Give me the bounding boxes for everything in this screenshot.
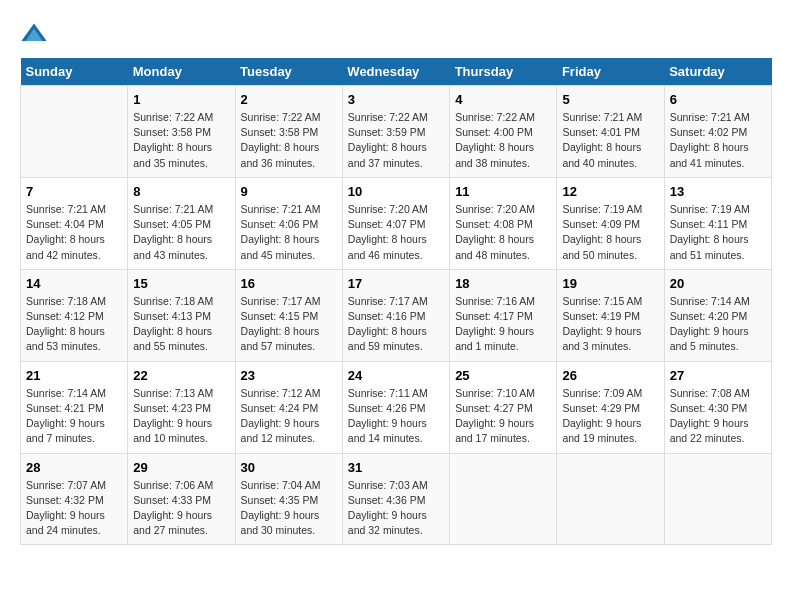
day-info: Sunrise: 7:04 AMSunset: 4:35 PMDaylight:… xyxy=(241,478,337,539)
calendar-week-row: 7Sunrise: 7:21 AMSunset: 4:04 PMDaylight… xyxy=(21,177,772,269)
calendar-cell xyxy=(450,453,557,545)
day-number: 27 xyxy=(670,368,766,383)
calendar-cell: 9Sunrise: 7:21 AMSunset: 4:06 PMDaylight… xyxy=(235,177,342,269)
day-info: Sunrise: 7:16 AMSunset: 4:17 PMDaylight:… xyxy=(455,294,551,355)
weekday-header-saturday: Saturday xyxy=(664,58,771,86)
day-number: 10 xyxy=(348,184,444,199)
day-info: Sunrise: 7:18 AMSunset: 4:12 PMDaylight:… xyxy=(26,294,122,355)
weekday-header-monday: Monday xyxy=(128,58,235,86)
calendar-cell: 16Sunrise: 7:17 AMSunset: 4:15 PMDayligh… xyxy=(235,269,342,361)
day-info: Sunrise: 7:21 AMSunset: 4:06 PMDaylight:… xyxy=(241,202,337,263)
logo-icon xyxy=(20,20,48,48)
weekday-header-row: SundayMondayTuesdayWednesdayThursdayFrid… xyxy=(21,58,772,86)
calendar-cell: 31Sunrise: 7:03 AMSunset: 4:36 PMDayligh… xyxy=(342,453,449,545)
day-info: Sunrise: 7:11 AMSunset: 4:26 PMDaylight:… xyxy=(348,386,444,447)
calendar-cell: 8Sunrise: 7:21 AMSunset: 4:05 PMDaylight… xyxy=(128,177,235,269)
calendar-cell: 5Sunrise: 7:21 AMSunset: 4:01 PMDaylight… xyxy=(557,86,664,178)
calendar-cell: 11Sunrise: 7:20 AMSunset: 4:08 PMDayligh… xyxy=(450,177,557,269)
logo xyxy=(20,20,52,48)
day-number: 9 xyxy=(241,184,337,199)
calendar-week-row: 1Sunrise: 7:22 AMSunset: 3:58 PMDaylight… xyxy=(21,86,772,178)
calendar-cell: 13Sunrise: 7:19 AMSunset: 4:11 PMDayligh… xyxy=(664,177,771,269)
day-number: 18 xyxy=(455,276,551,291)
calendar-cell: 23Sunrise: 7:12 AMSunset: 4:24 PMDayligh… xyxy=(235,361,342,453)
day-number: 19 xyxy=(562,276,658,291)
calendar-week-row: 21Sunrise: 7:14 AMSunset: 4:21 PMDayligh… xyxy=(21,361,772,453)
day-info: Sunrise: 7:14 AMSunset: 4:21 PMDaylight:… xyxy=(26,386,122,447)
day-info: Sunrise: 7:22 AMSunset: 4:00 PMDaylight:… xyxy=(455,110,551,171)
day-number: 13 xyxy=(670,184,766,199)
calendar-cell xyxy=(557,453,664,545)
day-number: 31 xyxy=(348,460,444,475)
day-number: 21 xyxy=(26,368,122,383)
day-info: Sunrise: 7:14 AMSunset: 4:20 PMDaylight:… xyxy=(670,294,766,355)
calendar-cell: 15Sunrise: 7:18 AMSunset: 4:13 PMDayligh… xyxy=(128,269,235,361)
calendar-cell: 25Sunrise: 7:10 AMSunset: 4:27 PMDayligh… xyxy=(450,361,557,453)
day-info: Sunrise: 7:19 AMSunset: 4:11 PMDaylight:… xyxy=(670,202,766,263)
day-info: Sunrise: 7:22 AMSunset: 3:58 PMDaylight:… xyxy=(133,110,229,171)
day-info: Sunrise: 7:10 AMSunset: 4:27 PMDaylight:… xyxy=(455,386,551,447)
day-info: Sunrise: 7:13 AMSunset: 4:23 PMDaylight:… xyxy=(133,386,229,447)
day-number: 22 xyxy=(133,368,229,383)
calendar-cell: 1Sunrise: 7:22 AMSunset: 3:58 PMDaylight… xyxy=(128,86,235,178)
day-number: 14 xyxy=(26,276,122,291)
day-info: Sunrise: 7:22 AMSunset: 3:59 PMDaylight:… xyxy=(348,110,444,171)
day-number: 25 xyxy=(455,368,551,383)
weekday-header-sunday: Sunday xyxy=(21,58,128,86)
weekday-header-thursday: Thursday xyxy=(450,58,557,86)
calendar-cell: 27Sunrise: 7:08 AMSunset: 4:30 PMDayligh… xyxy=(664,361,771,453)
day-number: 2 xyxy=(241,92,337,107)
calendar-cell: 7Sunrise: 7:21 AMSunset: 4:04 PMDaylight… xyxy=(21,177,128,269)
day-info: Sunrise: 7:12 AMSunset: 4:24 PMDaylight:… xyxy=(241,386,337,447)
day-info: Sunrise: 7:06 AMSunset: 4:33 PMDaylight:… xyxy=(133,478,229,539)
day-number: 28 xyxy=(26,460,122,475)
calendar-cell: 22Sunrise: 7:13 AMSunset: 4:23 PMDayligh… xyxy=(128,361,235,453)
day-info: Sunrise: 7:19 AMSunset: 4:09 PMDaylight:… xyxy=(562,202,658,263)
calendar-cell: 14Sunrise: 7:18 AMSunset: 4:12 PMDayligh… xyxy=(21,269,128,361)
calendar-cell: 2Sunrise: 7:22 AMSunset: 3:58 PMDaylight… xyxy=(235,86,342,178)
day-number: 17 xyxy=(348,276,444,291)
day-info: Sunrise: 7:17 AMSunset: 4:16 PMDaylight:… xyxy=(348,294,444,355)
calendar-cell: 20Sunrise: 7:14 AMSunset: 4:20 PMDayligh… xyxy=(664,269,771,361)
weekday-header-wednesday: Wednesday xyxy=(342,58,449,86)
calendar-table: SundayMondayTuesdayWednesdayThursdayFrid… xyxy=(20,58,772,545)
weekday-header-friday: Friday xyxy=(557,58,664,86)
calendar-cell: 26Sunrise: 7:09 AMSunset: 4:29 PMDayligh… xyxy=(557,361,664,453)
calendar-cell: 17Sunrise: 7:17 AMSunset: 4:16 PMDayligh… xyxy=(342,269,449,361)
day-info: Sunrise: 7:20 AMSunset: 4:08 PMDaylight:… xyxy=(455,202,551,263)
day-number: 29 xyxy=(133,460,229,475)
day-info: Sunrise: 7:09 AMSunset: 4:29 PMDaylight:… xyxy=(562,386,658,447)
calendar-cell: 19Sunrise: 7:15 AMSunset: 4:19 PMDayligh… xyxy=(557,269,664,361)
day-info: Sunrise: 7:03 AMSunset: 4:36 PMDaylight:… xyxy=(348,478,444,539)
day-number: 30 xyxy=(241,460,337,475)
page-header xyxy=(20,20,772,48)
day-number: 4 xyxy=(455,92,551,107)
day-number: 7 xyxy=(26,184,122,199)
calendar-cell xyxy=(664,453,771,545)
day-info: Sunrise: 7:18 AMSunset: 4:13 PMDaylight:… xyxy=(133,294,229,355)
day-number: 20 xyxy=(670,276,766,291)
day-info: Sunrise: 7:20 AMSunset: 4:07 PMDaylight:… xyxy=(348,202,444,263)
calendar-cell: 4Sunrise: 7:22 AMSunset: 4:00 PMDaylight… xyxy=(450,86,557,178)
day-number: 3 xyxy=(348,92,444,107)
weekday-header-tuesday: Tuesday xyxy=(235,58,342,86)
day-info: Sunrise: 7:22 AMSunset: 3:58 PMDaylight:… xyxy=(241,110,337,171)
day-info: Sunrise: 7:21 AMSunset: 4:05 PMDaylight:… xyxy=(133,202,229,263)
day-number: 11 xyxy=(455,184,551,199)
day-number: 23 xyxy=(241,368,337,383)
calendar-cell: 28Sunrise: 7:07 AMSunset: 4:32 PMDayligh… xyxy=(21,453,128,545)
calendar-cell: 10Sunrise: 7:20 AMSunset: 4:07 PMDayligh… xyxy=(342,177,449,269)
day-info: Sunrise: 7:08 AMSunset: 4:30 PMDaylight:… xyxy=(670,386,766,447)
calendar-cell: 18Sunrise: 7:16 AMSunset: 4:17 PMDayligh… xyxy=(450,269,557,361)
day-number: 24 xyxy=(348,368,444,383)
day-number: 16 xyxy=(241,276,337,291)
calendar-cell: 3Sunrise: 7:22 AMSunset: 3:59 PMDaylight… xyxy=(342,86,449,178)
calendar-cell: 21Sunrise: 7:14 AMSunset: 4:21 PMDayligh… xyxy=(21,361,128,453)
day-info: Sunrise: 7:21 AMSunset: 4:04 PMDaylight:… xyxy=(26,202,122,263)
day-number: 8 xyxy=(133,184,229,199)
calendar-cell: 24Sunrise: 7:11 AMSunset: 4:26 PMDayligh… xyxy=(342,361,449,453)
day-info: Sunrise: 7:21 AMSunset: 4:02 PMDaylight:… xyxy=(670,110,766,171)
day-number: 1 xyxy=(133,92,229,107)
day-info: Sunrise: 7:15 AMSunset: 4:19 PMDaylight:… xyxy=(562,294,658,355)
calendar-cell: 12Sunrise: 7:19 AMSunset: 4:09 PMDayligh… xyxy=(557,177,664,269)
